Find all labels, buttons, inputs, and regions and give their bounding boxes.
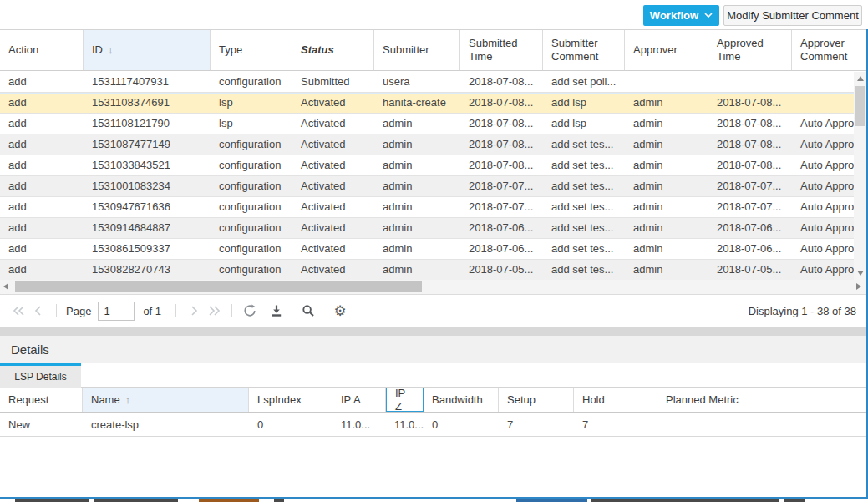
cell-approver-comment: Auto Appro: [792, 260, 854, 280]
column-header-submitter[interactable]: Submitter: [374, 30, 460, 70]
column-header-lspindex[interactable]: LspIndex: [249, 388, 332, 412]
cell-action: add: [0, 155, 84, 175]
toolbar-separator: [231, 304, 232, 317]
column-header-type[interactable]: Type: [211, 30, 292, 70]
cell-planned-metric: [657, 413, 866, 436]
cell-status: Activated: [292, 239, 374, 259]
column-header-name[interactable]: Name↑: [83, 388, 249, 412]
cell-status: Activated: [292, 218, 374, 238]
cell-submitter-comment: add set tes...: [543, 176, 625, 196]
column-header-approver[interactable]: Approver: [625, 30, 708, 70]
scroll-up-arrow-icon[interactable]: [857, 76, 864, 81]
column-header-status[interactable]: Status: [292, 30, 374, 70]
cell-action: add: [0, 93, 84, 113]
cell-submitter: admin: [374, 197, 460, 217]
column-header-ip-a[interactable]: IP A: [332, 388, 386, 412]
cell-id: 1531108121790: [84, 114, 211, 134]
column-label: Action: [8, 43, 38, 57]
column-label: Submitter: [383, 43, 429, 57]
cell-submitted-time: 2018-07-06...: [460, 218, 543, 238]
cell-type: configuration: [211, 260, 292, 280]
settings-button[interactable]: ⚙: [330, 301, 350, 321]
search-button[interactable]: [298, 301, 318, 321]
cell-id: 1531033843521: [84, 155, 211, 175]
cell-approver-comment: Auto Appro: [792, 114, 854, 134]
table-row[interactable]: add1531033843521configurationActivatedad…: [0, 155, 854, 176]
next-page-chevron-icon: [189, 305, 199, 317]
cell-approver: admin: [625, 239, 708, 259]
cell-hold: 7: [574, 413, 657, 436]
cell-type: configuration: [211, 134, 292, 155]
page-label: Page: [66, 305, 91, 317]
panel-splitter[interactable]: [0, 327, 866, 336]
table-row[interactable]: add1530828270743configurationActivatedad…: [0, 260, 854, 280]
column-header-submitted-time[interactable]: Submitted Time: [460, 30, 543, 70]
column-header-request[interactable]: Request: [0, 388, 83, 412]
cell-approved-time: 2018-07-08...: [708, 155, 792, 175]
table-row[interactable]: add1531108374691lspActivatedhanita-creat…: [0, 93, 854, 114]
toolbar-separator: [56, 304, 57, 317]
vertical-scrollbar-thumb[interactable]: [855, 86, 865, 126]
sort-ascending-icon: ↑: [125, 393, 131, 407]
column-header-id[interactable]: ID↓: [84, 30, 211, 70]
cell-type: configuration: [211, 197, 292, 217]
cell-approved-time: 2018-07-05...: [708, 260, 792, 280]
column-label: Status: [301, 43, 334, 57]
cell-submitted-time: 2018-07-05...: [460, 260, 543, 280]
scroll-right-arrow-icon[interactable]: [856, 283, 861, 290]
table-row[interactable]: add1531001083234configurationActivatedad…: [0, 176, 854, 197]
modify-submitter-comment-button[interactable]: Modify Submitter Comment: [723, 5, 862, 26]
column-header-submitter-comment[interactable]: Submitter Comment: [543, 30, 625, 70]
column-label: LspIndex: [257, 393, 302, 407]
table-row[interactable]: add1531108121790lspActivatedadmin2018-07…: [0, 114, 854, 134]
last-page-button[interactable]: [204, 301, 224, 321]
cell-action: add: [0, 134, 84, 155]
workflow-button-label: Workflow: [650, 9, 698, 22]
column-label: Request: [8, 393, 48, 407]
horizontal-scrollbar[interactable]: [0, 280, 866, 294]
column-label: Submitter Comment: [551, 37, 616, 63]
column-header-hold[interactable]: Hold: [574, 388, 657, 412]
cell-submitter-comment: add set tes...: [543, 197, 625, 217]
vertical-scrollbar[interactable]: [854, 72, 866, 280]
search-magnifier-icon: [302, 304, 315, 317]
cell-submitter: admin: [374, 134, 460, 155]
refresh-button[interactable]: [240, 301, 260, 321]
cell-id: 1531087477149: [84, 134, 211, 155]
cell-submitted-time: 2018-07-08...: [460, 134, 543, 155]
table-row[interactable]: add1531087477149configurationActivatedad…: [0, 134, 854, 155]
column-header-planned-metric[interactable]: Planned Metric: [657, 388, 866, 412]
previous-page-button[interactable]: [28, 301, 48, 321]
column-label: Hold: [582, 393, 605, 407]
cell-submitter: admin: [374, 260, 460, 280]
next-page-button[interactable]: [184, 301, 204, 321]
scroll-down-arrow-icon[interactable]: [857, 271, 864, 276]
cell-action: add: [0, 72, 84, 92]
column-header-approver-comment[interactable]: Approver Comment: [792, 30, 854, 70]
table-row[interactable]: add1530914684887configurationActivatedad…: [0, 218, 854, 239]
scroll-left-arrow-icon[interactable]: [3, 283, 8, 290]
workflow-button[interactable]: Workflow: [643, 5, 719, 26]
horizontal-scrollbar-thumb[interactable]: [15, 281, 422, 292]
table-row[interactable]: add1530861509337configurationActivatedad…: [0, 239, 854, 260]
column-header-bandwidth[interactable]: Bandwidth: [424, 388, 499, 412]
cell-status: Activated: [292, 114, 374, 134]
cell-submitter: admin: [374, 114, 460, 134]
cell-status: Activated: [292, 176, 374, 196]
column-header-setup[interactable]: Setup: [499, 388, 574, 412]
page-number-input[interactable]: [98, 302, 135, 321]
first-page-button[interactable]: [8, 301, 28, 321]
cell-approved-time: [708, 72, 792, 92]
previous-page-chevron-icon: [33, 305, 43, 317]
column-header-ip-z[interactable]: IP Z: [386, 388, 424, 412]
table-row[interactable]: add1530947671636configurationActivatedad…: [0, 197, 854, 218]
tab-lsp-details[interactable]: LSP Details: [0, 366, 81, 388]
table-row[interactable]: add1531117407931configurationSubmittedus…: [0, 72, 854, 93]
table-row[interactable]: Newcreate-lsp011.0...11.0...077: [0, 413, 866, 437]
column-header-approved-time[interactable]: Approved Time: [708, 30, 792, 70]
cell-submitter: usera: [374, 72, 460, 92]
download-button[interactable]: [266, 301, 287, 321]
cell-action: add: [0, 176, 84, 196]
column-label: Type: [219, 43, 242, 57]
column-header-action[interactable]: Action: [0, 30, 84, 70]
